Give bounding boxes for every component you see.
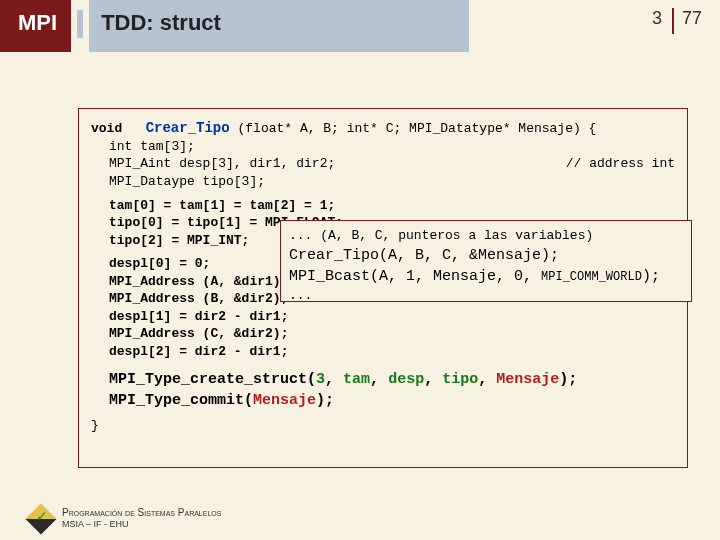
fn-type-commit: MPI_Type_commit [109, 392, 244, 409]
assign-tam: tam[0] = tam[1] = tam[2] = 1; [91, 197, 675, 215]
overlay-bcast-a: MPI_Bcast(A, 1, Mensaje, 0, [289, 268, 541, 285]
footer-line2: MSIA – IF - EHU [62, 519, 221, 530]
slide-footer: Programación de Sistemas Paralelos MSIA … [30, 507, 221, 530]
closing-brace: } [91, 417, 675, 435]
slide-header: MPI TDD: struct [0, 0, 469, 52]
assign-despl2: despl[2] = dir2 - dir1; [91, 343, 675, 361]
kw-void: void [91, 121, 122, 136]
fn-type-create-struct: MPI_Type_create_struct [109, 371, 307, 388]
arg-tam: tam [343, 371, 370, 388]
commit-close: ); [316, 392, 334, 409]
arg-tipo: tipo [442, 371, 478, 388]
page-total: 77 [674, 8, 710, 29]
comment-address-int: // address int [566, 155, 675, 173]
overlay-bcast-c: ); [642, 268, 660, 285]
sep4: , [478, 371, 496, 388]
decl-desp: MPI_Aint desp[3], dir1, dir2; [109, 155, 335, 173]
overlay-comment: ... (A, B, C, punteros a las variables) [289, 227, 683, 245]
call-addr-c: MPI_Address (C, &dir2); [91, 325, 675, 343]
sep2: , [370, 371, 388, 388]
page-indicator: 3 77 [642, 8, 710, 34]
page-current: 3 [642, 8, 672, 29]
paren-close: ); [559, 371, 577, 388]
arg-3: 3 [316, 371, 325, 388]
arg-desp: desp [388, 371, 424, 388]
footer-line1: Programación de Sistemas Paralelos [62, 507, 221, 519]
decl-tipo: MPI_Dataype tipo[3]; [109, 174, 265, 189]
overlay-ellipsis: ... [289, 287, 683, 305]
fn-signature: (float* A, B; int* C; MPI_Datatype* Mens… [237, 121, 596, 136]
paren-open: ( [307, 371, 316, 388]
commit-arg-mensaje: Mensaje [253, 392, 316, 409]
arg-mensaje: Mensaje [496, 371, 559, 388]
decl-tam: int tam[3]; [109, 139, 195, 154]
fn-crear-tipo: Crear_Tipo [146, 120, 230, 136]
header-separator [77, 10, 83, 38]
commit-open: ( [244, 392, 253, 409]
overlay-crear-tipo: Crear_Tipo(A, B, C, &Mensaje); [289, 245, 683, 266]
assign-despl1: despl[1] = dir2 - dir1; [91, 308, 675, 326]
logo-icon [25, 503, 56, 534]
sep1: , [325, 371, 343, 388]
sep3: , [424, 371, 442, 388]
code-block-overlay: ... (A, B, C, punteros a las variables) … [280, 220, 692, 302]
overlay-comm-world: MPI_COMM_WORLD [541, 270, 642, 284]
slide-title: TDD: struct [89, 0, 469, 52]
header-badge: MPI [0, 0, 71, 52]
